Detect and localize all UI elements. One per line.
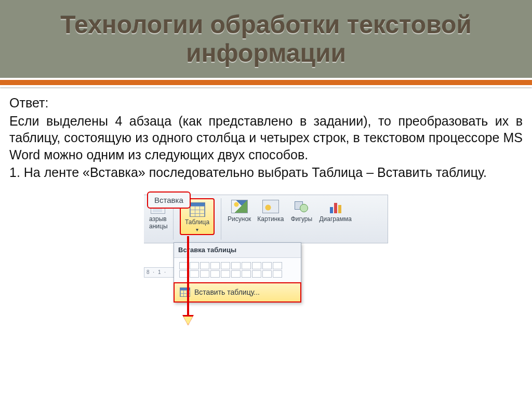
answer-label: Ответ:: [9, 94, 523, 112]
answer-paragraph-2: 1. На ленте «Вставка» последовательно вы…: [9, 164, 523, 181]
dropdown-title: Вставка таблицы: [174, 243, 301, 258]
word-screenshot: Вставка азрыв аницы Таблица ▾: [144, 195, 388, 243]
ribbon-group-illustrations: Рисунок Картинка Фигуры Диаграмма: [221, 195, 358, 243]
ribbon-tab-insert[interactable]: Вставка: [147, 191, 191, 209]
picture-icon: [231, 198, 248, 215]
slide-header: Технологии обработки текстовой информаци…: [0, 0, 532, 78]
shapes-icon: [292, 198, 310, 215]
shapes-button[interactable]: Фигуры: [290, 198, 313, 223]
clipart-icon: [262, 198, 280, 215]
insert-table-label: Вставить таблицу...: [194, 287, 260, 297]
table-size-grid[interactable]: [174, 258, 301, 283]
annotation-arrow: [187, 236, 189, 324]
divider-bar: [0, 78, 532, 87]
table-icon: [189, 201, 206, 218]
chart-icon: [327, 198, 344, 215]
table-dropdown: Вставка таблицы Вставить таблицу...: [174, 242, 301, 303]
picture-button[interactable]: Рисунок: [228, 198, 251, 223]
slide-body: Ответ: Если выделены 4 абзаца (как предс…: [0, 87, 532, 243]
ruler: 8 · 1 ·: [144, 267, 176, 278]
insert-table-menu-item[interactable]: Вставить таблицу...: [174, 282, 301, 302]
slide-title: Технологии обработки текстовой информаци…: [0, 10, 532, 67]
answer-paragraph-1: Если выделены 4 абзаца (как представлено…: [9, 113, 523, 163]
clipart-button[interactable]: Картинка: [257, 198, 284, 223]
chart-button[interactable]: Диаграмма: [319, 198, 351, 223]
chevron-down-icon: ▾: [196, 226, 198, 233]
